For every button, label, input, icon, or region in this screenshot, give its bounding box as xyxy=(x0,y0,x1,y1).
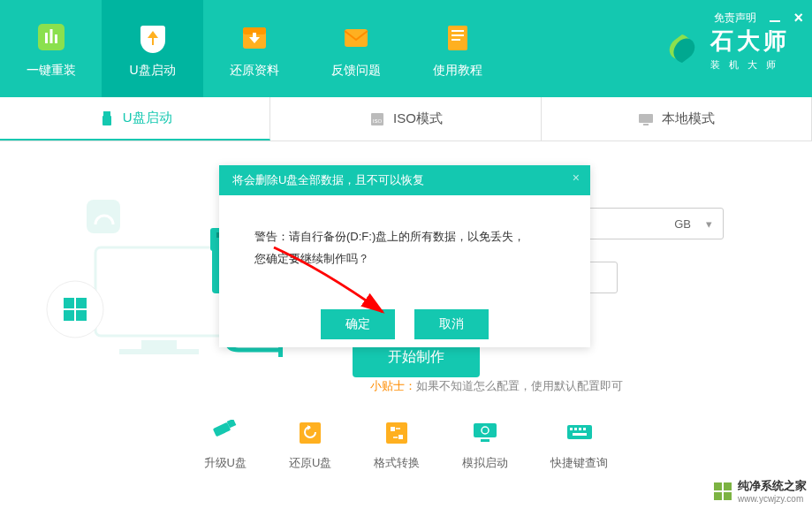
modal-title: 将会删除U盘全部数据，且不可以恢复 xyxy=(232,173,424,186)
bottom-upgrade-usb[interactable]: 升级U盘 xyxy=(204,420,247,471)
bottom-restore-usb[interactable]: 还原U盘 xyxy=(289,420,331,471)
feedback-icon xyxy=(338,19,375,56)
svg-rect-44 xyxy=(583,428,586,430)
brand-subtitle: 装机大师 xyxy=(710,58,790,72)
brand-title: 石大师 xyxy=(710,26,790,57)
bottom-label: 模拟启动 xyxy=(462,455,508,471)
chevron-down-icon: ▾ xyxy=(706,217,712,231)
svg-rect-42 xyxy=(574,428,577,430)
minimize-button[interactable] xyxy=(770,12,780,25)
svg-rect-9 xyxy=(452,34,464,36)
select-value: GB xyxy=(674,217,691,231)
tab-label: U盘启动 xyxy=(123,110,172,126)
tab-local[interactable]: 本地模式 xyxy=(542,97,812,141)
tab-iso[interactable]: ISO ISO模式 xyxy=(270,97,541,141)
close-button[interactable]: × xyxy=(793,9,803,27)
simulate-boot-icon xyxy=(467,420,503,446)
svg-rect-35 xyxy=(391,427,395,431)
usb-boot-icon xyxy=(134,19,171,56)
svg-rect-33 xyxy=(300,422,321,444)
nav-label: 反馈问题 xyxy=(331,63,381,79)
bottom-label: 格式转换 xyxy=(374,455,420,471)
svg-rect-45 xyxy=(573,433,587,436)
svg-rect-36 xyxy=(398,435,403,439)
watermark: 纯净系统之家 www.ycwjzy.com xyxy=(713,478,807,504)
svg-rect-11 xyxy=(103,111,110,116)
svg-rect-18 xyxy=(141,340,177,349)
nav-reinstall[interactable]: 一键重装 xyxy=(0,0,102,97)
bottom-toolbar: 升级U盘 还原U盘 格式转换 模拟启动 快捷键查询 xyxy=(0,420,812,471)
svg-rect-19 xyxy=(119,349,199,354)
svg-point-21 xyxy=(47,281,103,338)
tabs: U盘启动 ISO ISO模式 本地模式 xyxy=(0,97,812,141)
svg-rect-47 xyxy=(724,482,732,490)
local-icon xyxy=(637,110,655,128)
disclaimer-link[interactable]: 免责声明 xyxy=(714,11,756,26)
header: 一键重装 U盘启动 还原资料 反馈问题 使用教程 石大师 装机大师 xyxy=(0,0,812,97)
usb-icon xyxy=(98,110,116,127)
confirm-modal: 将会删除U盘全部数据，且不可以恢复 × 警告：请自行备份(D:F:)盘上的所有数… xyxy=(219,165,590,347)
reinstall-icon xyxy=(33,19,70,56)
bottom-simulate-boot[interactable]: 模拟启动 xyxy=(462,420,508,471)
format-convert-icon xyxy=(379,420,414,446)
bottom-label: 升级U盘 xyxy=(204,455,247,471)
svg-text:ISO: ISO xyxy=(373,118,383,124)
svg-rect-38 xyxy=(481,439,489,442)
tab-label: ISO模式 xyxy=(393,110,443,127)
bottom-label: 快捷键查询 xyxy=(550,455,608,471)
iso-icon: ISO xyxy=(368,110,386,128)
nav-tutorial[interactable]: 使用教程 xyxy=(406,0,508,97)
tutorial-icon xyxy=(439,19,476,56)
svg-rect-22 xyxy=(64,298,74,308)
svg-rect-41 xyxy=(570,428,573,430)
tip-label: 小贴士： xyxy=(370,379,416,392)
modal-footer: 确定 取消 xyxy=(219,300,590,357)
svg-rect-1 xyxy=(45,33,48,43)
modal-header: 将会删除U盘全部数据，且不可以恢复 × xyxy=(219,165,590,195)
bottom-format-convert[interactable]: 格式转换 xyxy=(374,420,420,471)
nav-restore[interactable]: 还原资料 xyxy=(203,0,305,97)
svg-rect-16 xyxy=(643,124,649,125)
watermark-url: www.ycwjzy.com xyxy=(738,494,807,504)
modal-close-button[interactable]: × xyxy=(573,171,580,185)
svg-rect-46 xyxy=(714,482,722,490)
tab-usb-boot[interactable]: U盘启动 xyxy=(0,97,270,141)
nav-label: 使用教程 xyxy=(433,63,482,79)
svg-rect-7 xyxy=(448,26,467,50)
svg-rect-24 xyxy=(64,310,74,321)
svg-rect-49 xyxy=(724,492,732,500)
svg-rect-8 xyxy=(452,30,464,32)
svg-rect-17 xyxy=(95,247,228,336)
nav-usb-boot[interactable]: U盘启动 xyxy=(102,0,203,97)
svg-rect-34 xyxy=(386,422,407,444)
svg-rect-40 xyxy=(567,425,592,439)
svg-rect-12 xyxy=(102,116,111,125)
watermark-logo-icon xyxy=(713,482,732,501)
brand: 石大师 装机大师 xyxy=(664,26,790,72)
svg-rect-25 xyxy=(76,310,87,321)
bottom-shortcut-query[interactable]: 快捷键查询 xyxy=(550,420,608,471)
bottom-label: 还原U盘 xyxy=(289,455,331,471)
svg-rect-48 xyxy=(714,492,722,500)
modal-warning-line2: 您确定要继续制作吗？ xyxy=(254,248,555,270)
tip: 小贴士：如果不知道怎么配置，使用默认配置即可 xyxy=(370,378,623,394)
restore-usb-icon xyxy=(292,420,328,446)
svg-rect-43 xyxy=(579,428,581,430)
nav-label: U盘启动 xyxy=(129,63,175,79)
svg-rect-2 xyxy=(49,29,52,43)
modal-body: 警告：请自行备份(D:F:)盘上的所有数据，以免丢失， 您确定要继续制作吗？ xyxy=(219,195,590,300)
nav-label: 还原资料 xyxy=(230,63,279,79)
upgrade-usb-icon xyxy=(208,420,243,446)
svg-rect-37 xyxy=(474,423,497,437)
modal-warning-line1: 警告：请自行备份(D:F:)盘上的所有数据，以免丢失， xyxy=(254,226,555,248)
modal-ok-button[interactable]: 确定 xyxy=(321,309,395,339)
modal-cancel-button[interactable]: 取消 xyxy=(414,309,489,339)
svg-rect-3 xyxy=(55,34,57,43)
tip-text: 如果不知道怎么配置，使用默认配置即可 xyxy=(416,379,623,392)
brand-logo-icon xyxy=(664,31,700,66)
nav-feedback[interactable]: 反馈问题 xyxy=(305,0,406,97)
svg-rect-10 xyxy=(452,39,460,41)
tab-label: 本地模式 xyxy=(662,110,715,127)
shortcut-query-icon xyxy=(562,420,597,446)
watermark-title: 纯净系统之家 xyxy=(738,478,807,494)
